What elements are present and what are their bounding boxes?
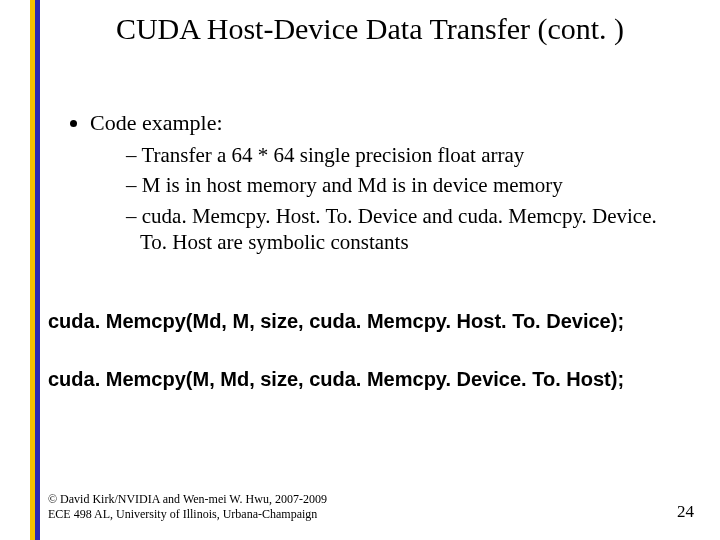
code-line-1: cuda. Memcpy(Md, M, size, cuda. Memcpy. … (48, 310, 690, 333)
sub-bullet: M is in host memory and Md is in device … (126, 172, 680, 198)
slide-title: CUDA Host-Device Data Transfer (cont. ) (60, 12, 680, 47)
bullet-heading: Code example: (90, 110, 223, 135)
body-content: Code example: Transfer a 64 * 64 single … (60, 110, 680, 261)
sub-bullet: Transfer a 64 * 64 single precision floa… (126, 142, 680, 168)
accent-stripe (30, 0, 40, 540)
code-line-2: cuda. Memcpy(M, Md, size, cuda. Memcpy. … (48, 368, 690, 391)
footer-line-2: ECE 498 AL, University of Illinois, Urba… (48, 507, 327, 522)
footer-line-1: © David Kirk/NVIDIA and Wen-mei W. Hwu, … (48, 492, 327, 507)
sub-bullet: cuda. Memcpy. Host. To. Device and cuda.… (126, 203, 680, 256)
page-number: 24 (677, 502, 694, 522)
copyright-footer: © David Kirk/NVIDIA and Wen-mei W. Hwu, … (48, 492, 327, 522)
